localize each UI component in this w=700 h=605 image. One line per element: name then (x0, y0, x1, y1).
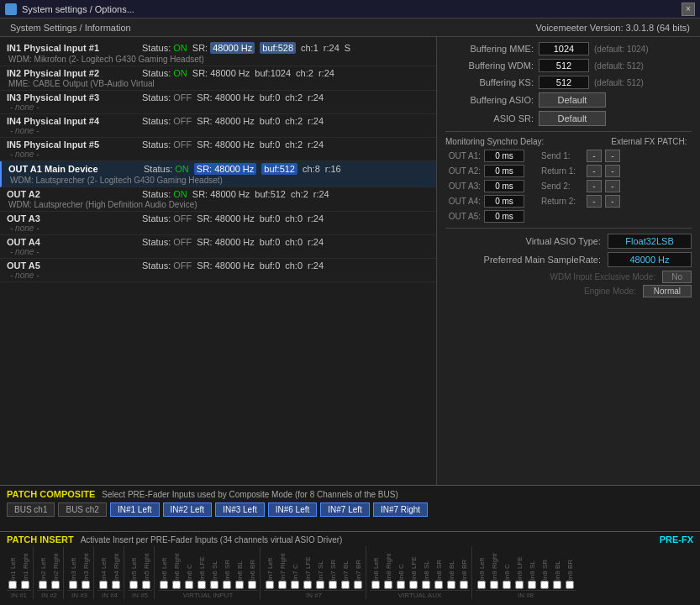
output-sub-4: - none - (7, 247, 429, 256)
ch-vaux-sr-cb[interactable] (434, 581, 443, 589)
output-sr-1: SR: 48000 Hz (194, 164, 256, 174)
ch-in5-left-cb[interactable] (129, 581, 138, 589)
ch-in8-left: in9 Left (476, 546, 487, 590)
ch-in4-left-cb[interactable] (99, 581, 108, 589)
ch-vaux-bl: in8 BL (445, 546, 457, 590)
input-ch-5: ch:2 (285, 139, 303, 150)
ch-virt-left-cb[interactable] (160, 581, 168, 589)
patch-btn-in1left[interactable]: IN#1 Left (110, 502, 160, 517)
output-r-2: r:24 (313, 189, 329, 199)
ch-in7-bl-cb[interactable] (341, 581, 350, 589)
ch-vaux-right-cb[interactable] (384, 581, 392, 589)
output-ch-2: ch:2 (291, 189, 308, 199)
fx-return2-btn2[interactable]: - (605, 195, 620, 208)
output-status-2: Status: ON (142, 189, 187, 199)
ch-virt-br-cb[interactable] (248, 581, 256, 589)
patch-composite-title: PATCH COMPOSITE (7, 489, 95, 499)
ch-in7-left-cb[interactable] (266, 581, 274, 589)
ch-in4-right-cb[interactable] (112, 581, 120, 589)
patch-btn-in7right[interactable]: IN#7 Right (373, 502, 428, 517)
fx-send1: Send 1: - - (541, 150, 620, 162)
ch-in1-right-cb[interactable] (21, 581, 29, 589)
patch-btn-busch2[interactable]: BUS ch2 (58, 502, 106, 517)
fx-return1-btn1[interactable]: - (587, 165, 602, 177)
ch-in7-br-cb[interactable] (354, 581, 362, 589)
buffering-wdm-value[interactable]: 512 (539, 59, 589, 72)
fx-send1-btn1[interactable]: - (587, 150, 602, 162)
ch-virt-sl-cb[interactable] (210, 581, 218, 589)
fx-return1-btn2[interactable]: - (605, 165, 620, 177)
buffering-asio-button[interactable]: Default (539, 92, 606, 108)
ch-virt-lfe-cb[interactable] (197, 581, 206, 589)
ch-in7-sr-cb[interactable] (329, 581, 337, 589)
ch-in2-right-cb[interactable] (51, 581, 60, 589)
output-status-3: Status: OFF (142, 213, 192, 224)
ch-in7-lfe-cb[interactable] (303, 581, 312, 589)
ch-virt-sr-cb[interactable] (223, 581, 231, 589)
ch-in1-left-cb[interactable] (8, 581, 17, 589)
ch-virt-bl-cb[interactable] (235, 581, 244, 589)
ch-in8-br-cb[interactable] (566, 581, 574, 589)
input-buf-1: buf:528 (260, 42, 296, 54)
ch-vaux-c-cb[interactable] (397, 581, 405, 589)
input-sub-3: - none - (7, 103, 429, 112)
buffering-wdm-default: (default: 512) (594, 61, 644, 71)
output-r-4: r:24 (308, 237, 324, 247)
buffering-ks-value[interactable]: 512 (539, 76, 589, 89)
patch-btn-in3left[interactable]: IN#3 Left (215, 502, 265, 517)
buffering-mme-label: Buffering MME: (445, 44, 534, 54)
patch-btn-in2left[interactable]: IN#2 Left (163, 502, 213, 517)
ch-in3-left-cb[interactable] (69, 581, 77, 589)
input-name-3: IN3 Physical Input #3 (7, 92, 137, 103)
ch-in8-sl-cb[interactable] (528, 581, 536, 589)
ch-in3-right-cb[interactable] (82, 581, 90, 589)
patch-btn-busch1[interactable]: BUS ch1 (7, 502, 55, 517)
ch-in7-right-cb[interactable] (278, 581, 287, 589)
input-status-4: Status: OFF (142, 116, 192, 126)
asio-sr-button[interactable]: Default (539, 111, 606, 126)
output-r-3: r:24 (308, 213, 324, 224)
title-bar: System settings / Options... × (0, 0, 700, 18)
ch-vaux-lfe-cb[interactable] (409, 581, 418, 589)
pre-fx-label: PRE-FX (660, 534, 693, 544)
ch-virt-right-cb[interactable] (172, 581, 181, 589)
ch-vaux-sl-cb[interactable] (422, 581, 430, 589)
engine-mode-label: Engine Mode: (445, 287, 636, 296)
ch-in5-right-cb[interactable] (142, 581, 150, 589)
ch-in2-left-cb[interactable] (39, 581, 47, 589)
output-buf-1: buf:512 (261, 163, 297, 175)
output-sub-5: - none - (7, 271, 429, 280)
ch-in8-lfe-cb[interactable] (515, 581, 524, 589)
engine-mode-button[interactable]: Normal (643, 285, 692, 297)
virtual-asio-value[interactable]: Float32LSB (608, 234, 692, 249)
patch-btn-in6left[interactable]: IN#6 Left (268, 502, 318, 517)
ch-vaux-br-cb[interactable] (460, 581, 468, 589)
wdm-exclusive-row: WDM Input Exclusive Mode: No (445, 271, 692, 283)
output-sub-2: WDM: Lautsprecher (High Definition Audio… (7, 200, 429, 209)
ch-virt-c-cb[interactable] (185, 581, 193, 589)
close-button[interactable]: × (682, 3, 695, 16)
ch-in8-left-cb[interactable] (477, 581, 486, 589)
fx-send2-btn1[interactable]: - (587, 180, 602, 192)
ch-in8-right-cb[interactable] (490, 581, 498, 589)
fx-send1-btn2[interactable]: - (605, 150, 620, 162)
ch-in7-sl-cb[interactable] (316, 581, 324, 589)
ch-in8-bl-cb[interactable] (553, 581, 561, 589)
ch-in8-right: in9 Right (488, 546, 500, 590)
preferred-sr-value[interactable]: 48000 Hz (608, 252, 692, 267)
ch-vaux-sl: in8 SL (420, 546, 432, 590)
mon-out-a3: OUT A3: 0 ms (445, 180, 524, 192)
fx-return2-btn1[interactable]: - (587, 195, 602, 208)
ch-in8-c-cb[interactable] (503, 581, 511, 589)
buffering-mme-value[interactable]: 1024 (539, 42, 589, 55)
ch-in4-right: in4 Right (110, 546, 122, 590)
ch-vaux-left-cb[interactable] (371, 581, 380, 589)
output-ch-4: ch:0 (285, 237, 303, 247)
ch-in8-sr-cb[interactable] (540, 581, 549, 589)
output-ch-1: ch:8 (303, 164, 320, 174)
ch-in7-c-cb[interactable] (291, 581, 299, 589)
patch-btn-in7left[interactable]: IN#7 Left (320, 502, 370, 517)
wdm-exclusive-button[interactable]: No (662, 271, 692, 283)
ch-vaux-bl-cb[interactable] (447, 581, 455, 589)
fx-send2-btn2[interactable]: - (605, 180, 620, 192)
